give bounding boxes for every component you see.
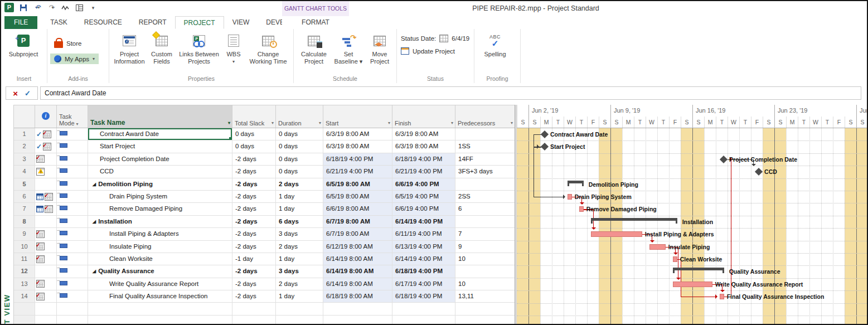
finish-cell[interactable]: 6/18/19 4:00 PM [392, 265, 455, 277]
task-name-cell[interactable]: CCD [88, 166, 232, 177]
finish-cell[interactable]: 6/18/19 4:00 PM [392, 290, 455, 302]
task-name-cell[interactable]: Remove Damaged Piping [88, 203, 232, 215]
gantt-summary-bar[interactable] [673, 268, 724, 270]
row-number[interactable]: 7 [14, 203, 35, 215]
tab-task[interactable]: TASK [42, 16, 75, 29]
task-mode-cell[interactable]: → [57, 253, 88, 265]
undo-button[interactable]: ↶▾ [33, 3, 42, 12]
column-header-task-name[interactable]: Task Name▾ [88, 105, 232, 128]
row-number[interactable]: 5 [14, 178, 35, 190]
predecessors-cell[interactable] [455, 216, 515, 227]
column-header-task-mode[interactable]: TaskMode ▾ [57, 105, 88, 128]
total-slack-cell[interactable]: -2 days [232, 241, 276, 253]
duration-cell[interactable]: 0 days [276, 140, 323, 152]
duration-cell[interactable]: 2 days [276, 178, 323, 190]
my-apps-button[interactable]: My Apps ▾ [50, 54, 99, 64]
total-slack-cell[interactable]: 0 days [232, 140, 276, 152]
duration-cell[interactable]: 2 days [276, 278, 323, 290]
indicators-cell[interactable]: ✓ [35, 241, 57, 253]
total-slack-cell[interactable]: -2 days [232, 228, 276, 240]
duration-cell[interactable]: 0 days [276, 128, 323, 140]
finish-cell[interactable]: 6/13/19 4:00 PM [392, 241, 455, 253]
tab-format[interactable]: FORMAT [282, 16, 349, 28]
timeline-icon[interactable] [61, 3, 70, 12]
commit-entry-button[interactable]: ✓ [25, 89, 31, 98]
finish-cell[interactable]: 6/14/19 4:00 PM [392, 216, 455, 227]
links-between-projects-button[interactable]: P Links Between Projects [177, 31, 221, 65]
row-number[interactable]: 6 [14, 191, 35, 202]
finish-cell[interactable]: 6/17/19 4:00 PM [392, 278, 455, 290]
gantt-milestone[interactable] [720, 156, 728, 163]
predecessors-cell[interactable]: 1SS [455, 140, 515, 152]
task-mode-cell[interactable]: → [57, 191, 88, 202]
tab-report[interactable]: REPORT [130, 16, 175, 29]
task-name-cell[interactable]: ◢Demolition Piping [88, 178, 232, 190]
gantt-task-bar[interactable] [720, 294, 724, 299]
indicators-cell[interactable]: ✓ [35, 228, 57, 240]
update-project-button[interactable]: Update Project [400, 47, 471, 55]
subproject-button[interactable]: P+ Subproject [4, 31, 43, 58]
indicators-cell[interactable] [35, 216, 57, 227]
gantt-summary-bar[interactable] [591, 218, 677, 221]
row-number[interactable]: 14 [14, 290, 35, 302]
total-slack-cell[interactable]: -2 days [232, 191, 276, 202]
tab-file[interactable]: FILE [4, 16, 37, 29]
predecessors-cell[interactable] [455, 128, 515, 140]
predecessors-cell[interactable]: 13,11 [455, 290, 515, 302]
project-information-button[interactable]: i Project Information [112, 31, 147, 65]
duration-cell[interactable]: 1 day [276, 191, 323, 202]
duration-cell[interactable]: 1 day [276, 203, 323, 215]
finish-cell[interactable]: 6/6/19 4:00 PM [392, 203, 455, 215]
predecessors-cell[interactable]: 6 [455, 203, 515, 215]
total-slack-cell[interactable]: -2 days [232, 178, 276, 190]
duration-cell[interactable]: 1 day [276, 253, 323, 265]
column-header-predecessors[interactable]: Predecessors▾ [455, 105, 515, 128]
change-working-time-button[interactable]: Change Working Time [246, 31, 290, 65]
spelling-button[interactable]: ABC✓ Spelling [477, 31, 513, 58]
total-slack-cell[interactable]: -2 days [232, 216, 276, 227]
task-name-cell[interactable]: Start Project [88, 140, 232, 152]
indicators-cell[interactable]: ✓ [35, 191, 57, 202]
start-cell[interactable]: 6/5/19 8:00 AM [323, 191, 392, 202]
row-number[interactable]: 9 [14, 228, 35, 240]
predecessors-cell[interactable]: 10 [455, 253, 515, 265]
select-all-cell[interactable] [14, 105, 35, 128]
duration-cell[interactable]: 2 days [276, 241, 323, 253]
duration-cell[interactable]: 0 days [276, 166, 323, 177]
indicators-cell[interactable]: ✓✓ [35, 128, 57, 140]
gantt-task-bar[interactable] [673, 256, 677, 262]
move-project-button[interactable]: ◀▶ Move Project [366, 31, 394, 65]
start-cell[interactable]: 6/18/19 4:00 PM [323, 153, 392, 165]
total-slack-cell[interactable]: -2 days [232, 290, 276, 302]
tab-project[interactable]: PROJECT [175, 16, 224, 29]
indicators-cell[interactable]: ! [35, 166, 57, 177]
tab-view[interactable]: VIEW [224, 16, 258, 29]
column-header-finish[interactable]: Finish▾ [392, 105, 455, 128]
task-mode-cell[interactable]: → [57, 178, 88, 190]
task-mode-cell[interactable]: → [57, 153, 88, 165]
duration-cell[interactable]: 1 day [276, 290, 323, 302]
finish-cell[interactable]: 6/5/19 4:00 PM [392, 191, 455, 202]
total-slack-cell[interactable]: -2 days [232, 166, 276, 177]
finish-cell[interactable]: 6/18/19 4:00 PM [392, 153, 455, 165]
column-header-total-slack[interactable]: Total Slack▾ [232, 105, 276, 128]
row-number[interactable]: 12 [14, 265, 35, 277]
total-slack-cell[interactable]: -2 days [232, 203, 276, 215]
indicators-cell[interactable]: ✓ [35, 290, 57, 302]
task-mode-cell[interactable]: → [57, 278, 88, 290]
save-icon[interactable] [19, 3, 28, 12]
indicators-cell[interactable]: ✓ [35, 253, 57, 265]
customize-qat-button[interactable]: ▾ [89, 3, 98, 12]
total-slack-cell[interactable]: -1 day [232, 253, 276, 265]
tab-resource[interactable]: RESOURCE [76, 16, 130, 29]
task-mode-cell[interactable]: → [57, 241, 88, 253]
column-header-start[interactable]: Start▾ [323, 105, 392, 128]
duration-cell[interactable]: 6 days [276, 216, 323, 227]
column-header-info[interactable]: i [35, 105, 57, 128]
predecessors-cell[interactable]: 7 [455, 228, 515, 240]
collapse-triangle-icon[interactable]: ◢ [93, 269, 96, 274]
redo-button[interactable]: ↷▾ [47, 3, 56, 12]
row-number[interactable]: 4 [14, 166, 35, 177]
task-mode-cell[interactable]: → [57, 140, 88, 152]
status-date-value[interactable]: 6/4/19 [452, 35, 469, 42]
